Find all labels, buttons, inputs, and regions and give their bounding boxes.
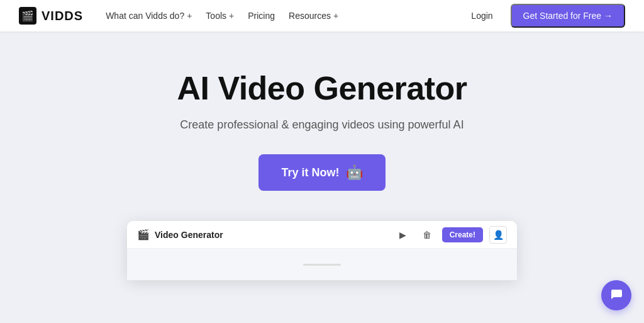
try-now-button[interactable]: Try it Now! 🤖 xyxy=(258,154,385,191)
nav-item-pricing[interactable]: Pricing xyxy=(243,7,280,25)
nav-links: What can Vidds do? + Tools + Pricing Res… xyxy=(101,7,343,25)
preview-title: Video Generator xyxy=(155,230,223,240)
preview-bar-left: 🎬 Video Generator xyxy=(137,229,223,241)
nav-item-what-can-vidds[interactable]: What can Vidds do? + xyxy=(101,7,197,25)
hero-section: AI Video Generator Create professional &… xyxy=(0,31,644,299)
navbar: 🎬 VIDDS What can Vidds do? + Tools + Pri… xyxy=(0,0,644,31)
try-now-label: Try it Now! xyxy=(281,166,339,179)
hero-title: AI Video Generator xyxy=(177,69,467,107)
preview-content xyxy=(127,249,517,280)
chat-bubble-button[interactable] xyxy=(601,280,631,310)
preview-bar-right: ▶ 🗑 Create! 👤 xyxy=(394,226,507,244)
preview-create-button[interactable]: Create! xyxy=(442,227,483,242)
preview-bar: 🎬 Video Generator ▶ 🗑 Create! 👤 xyxy=(127,221,517,249)
get-started-button[interactable]: Get Started for Free → xyxy=(511,4,625,28)
video-generator-preview: 🎬 Video Generator ▶ 🗑 Create! 👤 xyxy=(127,221,517,280)
logo-text: VIDDS xyxy=(42,9,83,23)
plus-icon-0: + xyxy=(187,11,192,21)
nav-item-tools[interactable]: Tools + xyxy=(201,7,239,25)
preview-trash-button[interactable]: 🗑 xyxy=(418,226,436,244)
trash-icon: 🗑 xyxy=(423,230,431,240)
preview-content-inner xyxy=(303,264,341,266)
plus-icon-1: + xyxy=(229,11,234,21)
preview-user-icon: 👤 xyxy=(489,226,507,244)
logo-icon: 🎬 xyxy=(19,7,36,25)
preview-play-button[interactable]: ▶ xyxy=(394,226,412,244)
nav-left: 🎬 VIDDS What can Vidds do? + Tools + Pri… xyxy=(19,7,343,25)
play-icon: ▶ xyxy=(399,230,406,240)
user-icon: 👤 xyxy=(493,230,504,240)
nav-right: Login Get Started for Free → xyxy=(464,4,625,28)
nav-item-resources[interactable]: Resources + xyxy=(284,7,343,25)
login-button[interactable]: Login xyxy=(464,7,500,25)
logo[interactable]: 🎬 VIDDS xyxy=(19,7,83,25)
plus-icon-3: + xyxy=(333,11,338,21)
robot-icon: 🤖 xyxy=(346,164,363,181)
hero-subtitle: Create professional & engaging videos us… xyxy=(180,118,464,132)
chat-bubble-icon xyxy=(609,287,623,304)
svg-text:🎬: 🎬 xyxy=(21,10,34,22)
preview-bar-icon: 🎬 xyxy=(137,229,150,241)
